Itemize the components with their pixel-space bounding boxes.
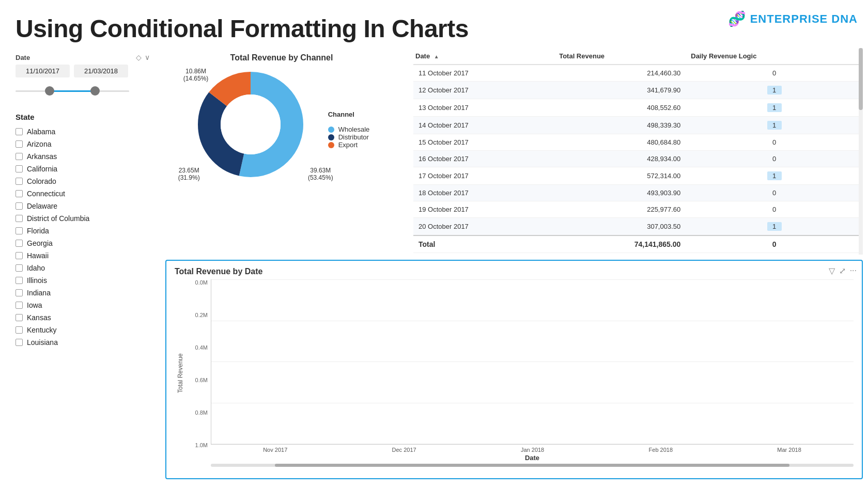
- date-cell: 19 October 2017: [413, 201, 554, 218]
- state-label: Connecticut: [27, 190, 65, 198]
- slider-thumb-right[interactable]: [90, 86, 100, 96]
- state-item[interactable]: Arizona: [16, 139, 150, 149]
- logo-area: 🧬 ENTERPRISE DNA: [728, 10, 858, 27]
- state-checkbox[interactable]: [16, 178, 23, 185]
- state-item[interactable]: Idaho: [16, 263, 150, 273]
- state-checkbox[interactable]: [16, 302, 23, 309]
- state-item[interactable]: Hawaii: [16, 250, 150, 261]
- col-date[interactable]: Date ▲: [413, 48, 554, 65]
- state-item[interactable]: Kentucky: [16, 325, 150, 335]
- revenue-cell: 341,679.90: [554, 82, 686, 99]
- col-logic[interactable]: Daily Revenue Logic: [686, 48, 863, 65]
- distributor-pct: (31.9%): [178, 174, 200, 181]
- table-row: 19 October 2017 225,977.60 0: [413, 201, 863, 218]
- state-checkbox[interactable]: [16, 252, 23, 259]
- state-checkbox[interactable]: [16, 227, 23, 234]
- state-checkbox[interactable]: [16, 264, 23, 272]
- more-icon[interactable]: ···: [850, 266, 857, 276]
- state-item[interactable]: Florida: [16, 226, 150, 236]
- state-label: Louisiana: [27, 338, 58, 347]
- date-filter-label: Date ◇ ∨: [16, 53, 150, 61]
- wholesale-pct: (53.45%): [308, 174, 333, 181]
- table-row: 20 October 2017 307,003.50 1: [413, 218, 863, 236]
- state-item[interactable]: Georgia: [16, 238, 150, 248]
- table-body: 11 October 2017 214,460.30 0 12 October …: [413, 65, 863, 253]
- date-cell: 12 October 2017: [413, 82, 554, 99]
- state-item[interactable]: Kansas: [16, 312, 150, 323]
- donut-svg: [194, 68, 307, 181]
- legend-dot: [328, 142, 334, 148]
- table-scrollbar[interactable]: [859, 48, 863, 255]
- donut-label-export: 10.86M (14.65%): [183, 68, 209, 82]
- state-item[interactable]: Arkansas: [16, 151, 150, 162]
- state-checkbox[interactable]: [16, 314, 23, 321]
- svg-point-3: [221, 95, 281, 154]
- bar-chart-inner: Total Revenue 1.0M0.8M0.6M0.4M0.2M0.0M: [175, 279, 854, 467]
- wholesale-amount: 39.63M: [308, 167, 333, 174]
- state-checkbox[interactable]: [16, 165, 23, 172]
- state-checkbox[interactable]: [16, 140, 23, 148]
- date-cell: 13 October 2017: [413, 99, 554, 117]
- state-item[interactable]: Alabama: [16, 127, 150, 137]
- y-tick: 0.8M: [184, 410, 208, 416]
- date-filter-icons: ◇ ∨: [136, 53, 150, 61]
- state-checkbox[interactable]: [16, 289, 23, 296]
- state-checkbox[interactable]: [16, 190, 23, 197]
- state-item[interactable]: District of Columbia: [16, 213, 150, 224]
- logic-cell: 1: [686, 167, 863, 185]
- state-checkbox[interactable]: [16, 240, 23, 247]
- expand-icon[interactable]: ⤢: [839, 266, 846, 276]
- content-area: Total Revenue by Channel: [160, 48, 868, 484]
- grid-line: [211, 444, 854, 444]
- filter-icon[interactable]: ▽: [829, 266, 835, 276]
- legend-item: Export: [328, 141, 370, 149]
- state-item[interactable]: Iowa: [16, 300, 150, 310]
- table-row: 13 October 2017 408,552.60 1: [413, 99, 863, 117]
- donut-label-wholesale: 39.63M (53.45%): [308, 167, 333, 181]
- y-axis-label: Total Revenue: [175, 279, 184, 467]
- state-checkbox[interactable]: [16, 215, 23, 222]
- donut-chart: 10.86M (14.65%) 23.65M (31.9%) 39.63M (5…: [194, 68, 318, 192]
- state-item[interactable]: Connecticut: [16, 188, 150, 199]
- bar-chart-scrollbar-h[interactable]: [211, 464, 854, 467]
- state-checkbox[interactable]: [16, 202, 23, 210]
- state-label: Arkansas: [27, 152, 57, 161]
- state-checkbox[interactable]: [16, 326, 23, 334]
- grid-line: [211, 321, 854, 321]
- table-row: 16 October 2017 428,934.00 0: [413, 151, 863, 167]
- date-end-input[interactable]: [74, 65, 128, 77]
- state-item[interactable]: California: [16, 164, 150, 174]
- slider-thumb-left[interactable]: [45, 86, 54, 96]
- legend-item: Wholesale: [328, 125, 370, 133]
- diamond-icon[interactable]: ◇: [136, 53, 142, 61]
- y-tick: 0.2M: [184, 312, 208, 318]
- state-item[interactable]: Louisiana: [16, 337, 150, 348]
- y-tick: 1.0M: [184, 442, 208, 448]
- logic-value: 1: [767, 121, 782, 130]
- chevron-down-icon[interactable]: ∨: [145, 53, 150, 61]
- state-item[interactable]: Colorado: [16, 176, 150, 186]
- col-revenue[interactable]: Total Revenue: [554, 48, 686, 65]
- grid-line: [211, 403, 854, 403]
- legend-dot: [328, 127, 334, 133]
- date-cell: 14 October 2017: [413, 117, 554, 134]
- state-item[interactable]: Illinois: [16, 275, 150, 286]
- scrollbar-h-thumb[interactable]: [275, 464, 789, 467]
- x-tick: Dec 2017: [392, 447, 416, 453]
- state-checkbox[interactable]: [16, 128, 23, 135]
- state-checkbox[interactable]: [16, 339, 23, 346]
- state-label: Arizona: [27, 140, 51, 148]
- logic-cell: 0: [686, 185, 863, 201]
- state-checkbox[interactable]: [16, 153, 23, 160]
- legend-label: Wholesale: [338, 125, 370, 133]
- state-item[interactable]: Delaware: [16, 201, 150, 211]
- state-label: Illinois: [27, 276, 47, 285]
- state-item[interactable]: Indiana: [16, 288, 150, 298]
- state-checkbox[interactable]: [16, 277, 23, 284]
- date-slider[interactable]: [16, 82, 150, 100]
- revenue-cell: 408,552.60: [554, 99, 686, 117]
- date-start-input[interactable]: [16, 65, 70, 77]
- state-label: Kansas: [27, 313, 51, 322]
- total-logic: 0: [686, 235, 863, 253]
- scrollbar-thumb[interactable]: [859, 48, 863, 110]
